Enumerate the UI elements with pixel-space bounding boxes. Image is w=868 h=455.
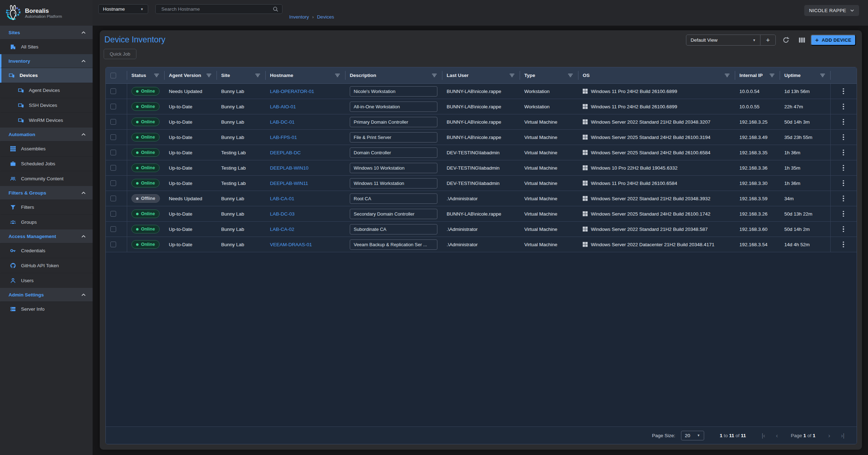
row-checkbox[interactable] bbox=[110, 196, 116, 201]
hostname-link[interactable]: LAB-DC-01 bbox=[265, 114, 345, 129]
description-field[interactable]: Windows 11 Workstation bbox=[350, 178, 437, 188]
first-page-button[interactable]: |‹ bbox=[762, 433, 765, 439]
sidebar-section-access-management[interactable]: Access Management bbox=[0, 229, 93, 243]
filter-icon[interactable] bbox=[334, 72, 341, 78]
column-header-site[interactable]: Site bbox=[217, 67, 265, 83]
hostname-link[interactable]: LAB-AIO-01 bbox=[265, 99, 345, 114]
row-checkbox[interactable] bbox=[110, 165, 116, 171]
row-actions-kebab-icon[interactable] bbox=[841, 179, 846, 188]
sidebar-item-server-info[interactable]: Server Info bbox=[0, 301, 93, 316]
hostname-link[interactable]: LAB-CA-02 bbox=[265, 222, 345, 237]
view-select[interactable]: Default View ▼ bbox=[686, 37, 760, 43]
sidebar-item-credentials[interactable]: Credentials bbox=[0, 243, 93, 258]
filter-icon[interactable] bbox=[255, 72, 261, 78]
filter-icon[interactable] bbox=[567, 72, 573, 78]
table-row[interactable]: Online Up-to-Date Testing Lab DEEPLAB-WI… bbox=[106, 160, 857, 176]
description-field[interactable]: Domain Controller bbox=[350, 148, 437, 158]
sidebar-item-ssh-devices[interactable]: SSH Devices bbox=[0, 98, 93, 113]
filter-icon[interactable] bbox=[769, 72, 775, 78]
select-all-checkbox[interactable] bbox=[110, 73, 116, 78]
description-field[interactable]: All-in-One Workstation bbox=[350, 102, 437, 112]
breadcrumb-inventory[interactable]: Inventory bbox=[289, 14, 309, 20]
hostname-link[interactable]: DEEPLAB-WIN11 bbox=[265, 176, 345, 191]
description-field[interactable]: Nicole's Workstation bbox=[350, 86, 437, 97]
row-actions-kebab-icon[interactable] bbox=[841, 133, 846, 142]
table-row[interactable]: Online Up-to-Date Testing Lab DEEPLAB-WI… bbox=[106, 176, 857, 191]
search-field-select[interactable]: Hostname ▼ bbox=[98, 4, 148, 14]
row-checkbox[interactable] bbox=[110, 211, 116, 217]
previous-page-button[interactable]: ‹ bbox=[776, 433, 778, 439]
hostname-link[interactable]: LAB-OPERATOR-01 bbox=[265, 84, 345, 99]
row-actions-kebab-icon[interactable] bbox=[841, 164, 846, 172]
row-actions-kebab-icon[interactable] bbox=[841, 210, 846, 218]
row-checkbox[interactable] bbox=[110, 226, 116, 232]
row-checkbox[interactable] bbox=[110, 119, 116, 125]
user-menu[interactable]: NICOLE RAPPE bbox=[804, 5, 859, 16]
column-header-status[interactable]: Status bbox=[127, 67, 164, 83]
row-checkbox[interactable] bbox=[110, 88, 116, 94]
description-field[interactable]: Windows 10 Workstation bbox=[350, 163, 437, 173]
description-field[interactable]: Secondary Domain Controller bbox=[350, 209, 437, 219]
filter-icon[interactable] bbox=[431, 72, 437, 78]
description-field[interactable]: Primary Domain Controller bbox=[350, 117, 437, 127]
sidebar-item-filters[interactable]: Filters bbox=[0, 200, 93, 214]
search-icon[interactable] bbox=[272, 6, 279, 12]
sidebar-item-community-content[interactable]: Community Content bbox=[0, 171, 93, 186]
breadcrumb-devices[interactable]: Devices bbox=[317, 14, 334, 20]
row-actions-kebab-icon[interactable] bbox=[841, 225, 846, 234]
table-row[interactable]: Online Up-to-Date Bunny Lab LAB-DC-03 Se… bbox=[106, 206, 857, 222]
app-logo[interactable]: Borealis Automation Platform bbox=[0, 0, 93, 26]
filter-icon[interactable] bbox=[820, 72, 826, 78]
table-row[interactable]: Offline Needs Updated Bunny Lab LAB-CA-0… bbox=[106, 191, 857, 206]
column-header-type[interactable]: Type bbox=[520, 67, 578, 83]
columns-button[interactable] bbox=[798, 36, 806, 44]
hostname-link[interactable]: VEEAM-DRAAS-01 bbox=[265, 237, 345, 252]
column-header-last-user[interactable]: Last User bbox=[442, 67, 520, 83]
table-row[interactable]: Online Up-to-Date Bunny Lab LAB-CA-02 Su… bbox=[106, 222, 857, 237]
filter-icon[interactable] bbox=[509, 72, 515, 78]
column-header-uptime[interactable]: Uptime bbox=[780, 67, 830, 83]
sidebar-item-assemblies[interactable]: Assemblies bbox=[0, 141, 93, 156]
sidebar-item-github-api-token[interactable]: GitHub API Token bbox=[0, 258, 93, 273]
row-actions-kebab-icon[interactable] bbox=[841, 87, 846, 96]
column-header-agent-version[interactable]: Agent Version bbox=[164, 67, 217, 83]
sidebar-item-groups[interactable]: Groups bbox=[0, 214, 93, 229]
filter-icon[interactable] bbox=[206, 72, 212, 78]
table-row[interactable]: Online Up-to-Date Bunny Lab LAB-FPS-01 F… bbox=[106, 130, 857, 145]
quick-job-button[interactable]: Quick Job bbox=[104, 49, 136, 59]
add-device-button[interactable]: + ADD DEVICE bbox=[811, 35, 856, 46]
column-header-os[interactable]: OS bbox=[578, 67, 735, 83]
row-actions-kebab-icon[interactable] bbox=[841, 194, 846, 203]
row-actions-kebab-icon[interactable] bbox=[841, 240, 846, 249]
search-input[interactable] bbox=[161, 6, 272, 12]
column-header-hostname[interactable]: Hostname bbox=[265, 67, 345, 83]
column-header-description[interactable]: Description bbox=[345, 67, 442, 83]
row-checkbox[interactable] bbox=[110, 134, 116, 140]
sidebar-item-agent-devices[interactable]: Agent Devices bbox=[0, 83, 93, 98]
description-field[interactable]: Subordinate CA bbox=[350, 224, 437, 234]
next-page-button[interactable]: › bbox=[828, 433, 830, 439]
table-row[interactable]: Online Up-to-Date Testing Lab DEEPLAB-DC… bbox=[106, 145, 857, 160]
description-field[interactable]: Root CA bbox=[350, 193, 437, 204]
sidebar-section-inventory[interactable]: Inventory bbox=[0, 54, 93, 68]
sidebar-item-all-sites[interactable]: All Sites bbox=[0, 39, 93, 54]
column-header-internal-ip[interactable]: Internal IP bbox=[735, 67, 780, 83]
row-actions-kebab-icon[interactable] bbox=[841, 102, 846, 111]
hostname-link[interactable]: LAB-FPS-01 bbox=[265, 130, 345, 145]
row-actions-kebab-icon[interactable] bbox=[841, 118, 846, 126]
description-field[interactable]: Veeam Backup & Replication Ser ... bbox=[350, 239, 437, 250]
table-row[interactable]: Online Up-to-Date Bunny Lab LAB-DC-01 Pr… bbox=[106, 114, 857, 130]
sidebar-section-sites[interactable]: Sites bbox=[0, 26, 93, 39]
sidebar-item-scheduled-jobs[interactable]: Scheduled Jobs bbox=[0, 156, 93, 171]
sidebar-item-users[interactable]: Users bbox=[0, 273, 93, 288]
sidebar-section-automation[interactable]: Automation bbox=[0, 128, 93, 141]
hostname-link[interactable]: LAB-CA-01 bbox=[265, 191, 345, 206]
hostname-link[interactable]: DEEPLAB-DC bbox=[265, 145, 345, 160]
sidebar-section-filters-groups[interactable]: Filters & Groups bbox=[0, 186, 93, 200]
filter-icon[interactable] bbox=[724, 72, 730, 78]
hostname-link[interactable]: DEEPLAB-WIN10 bbox=[265, 160, 345, 175]
table-row[interactable]: Online Needs Updated Bunny Lab LAB-OPERA… bbox=[106, 84, 857, 99]
row-checkbox[interactable] bbox=[110, 104, 116, 109]
refresh-button[interactable] bbox=[782, 36, 790, 44]
add-view-button[interactable]: + bbox=[760, 35, 775, 45]
